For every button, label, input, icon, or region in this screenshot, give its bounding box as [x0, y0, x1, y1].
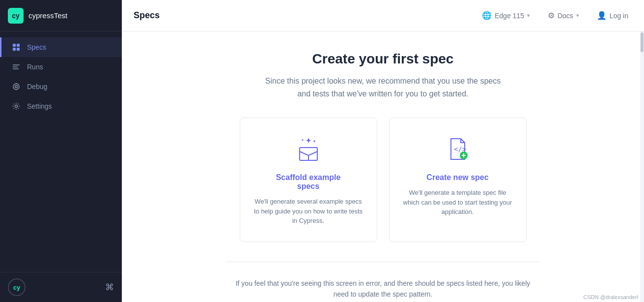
sidebar-footer: cy ⌘: [0, 272, 122, 302]
sidebar: cy cypressTest Specs: [0, 0, 122, 302]
sidebar-item-runs[interactable]: Runs: [0, 57, 122, 77]
runs-icon: [11, 62, 21, 72]
settings-icon: [11, 101, 21, 111]
scaffold-card[interactable]: Scaffold examplespecs We'll generate sev…: [240, 118, 377, 242]
browser-name: Edge 115: [495, 12, 524, 20]
action-cards: Scaffold examplespecs We'll generate sev…: [240, 118, 527, 242]
svg-rect-0: [13, 44, 16, 47]
browser-selector[interactable]: 🌐 Edge 115 ▾: [478, 9, 534, 22]
project-name: cypressTest: [28, 11, 67, 20]
create-new-icon: </>: [442, 134, 474, 165]
docs-label: Docs: [558, 12, 573, 20]
topbar-actions: 🌐 Edge 115 ▾ ⚙ Docs ▾ 👤 Log in: [478, 9, 632, 22]
sidebar-settings-label: Settings: [27, 102, 52, 110]
scaffold-desc: We'll generate several example specs to …: [254, 197, 363, 226]
svg-point-8: [15, 86, 18, 88]
docs-icon: ⚙: [548, 11, 555, 20]
main-heading: Create your first spec: [312, 51, 454, 67]
create-new-desc: We'll generate a template spec file whic…: [403, 188, 512, 217]
login-label: Log in: [610, 12, 628, 20]
svg-rect-3: [17, 48, 20, 51]
sidebar-item-settings[interactable]: Settings: [0, 96, 122, 116]
watermark: CSDN @dralexsanderl: [584, 294, 638, 300]
topbar: Specs 🌐 Edge 115 ▾ ⚙ Docs ▾ 👤 Log in: [122, 0, 644, 31]
main-panel: Specs 🌐 Edge 115 ▾ ⚙ Docs ▾ 👤 Log in Cre…: [122, 0, 644, 302]
app-logo: cy: [8, 8, 24, 24]
section-divider: [226, 262, 540, 262]
logo-text: cy: [12, 12, 20, 20]
docs-chevron-icon: ▾: [576, 12, 579, 19]
sidebar-nav: Specs Runs Debug: [0, 31, 122, 272]
scrollbar-thumb[interactable]: [641, 32, 644, 52]
login-button[interactable]: 👤 Log in: [593, 9, 632, 22]
scaffold-title: Scaffold examplespecs: [276, 173, 341, 191]
sidebar-runs-label: Runs: [27, 63, 43, 71]
svg-rect-1: [17, 44, 20, 47]
sidebar-item-specs[interactable]: Specs: [0, 37, 122, 57]
scrollbar[interactable]: [640, 31, 644, 302]
cy-logo-badge[interactable]: cy: [8, 278, 26, 296]
create-new-card[interactable]: </> Create new spec We'll generate a tem…: [389, 118, 527, 242]
docs-button[interactable]: ⚙ Docs ▾: [544, 9, 583, 22]
content-area: Create your first spec Since this projec…: [122, 31, 644, 302]
main-subtext: Since this project looks new, we recomme…: [265, 75, 501, 100]
sidebar-debug-label: Debug: [27, 83, 47, 91]
svg-rect-2: [13, 48, 16, 51]
sidebar-specs-label: Specs: [27, 43, 46, 51]
browser-icon: 🌐: [482, 11, 492, 20]
create-new-title: Create new spec: [426, 173, 488, 182]
sidebar-header: cy cypressTest: [0, 0, 122, 31]
keyboard-shortcut-icon[interactable]: ⌘: [105, 282, 114, 293]
login-icon: 👤: [597, 11, 607, 20]
svg-point-7: [13, 84, 19, 90]
debug-icon: [11, 82, 21, 91]
svg-point-11: [15, 105, 18, 108]
page-title: Specs: [134, 10, 160, 21]
footer-text: If you feel that you're seeing this scre…: [236, 278, 531, 300]
scaffold-icon: [293, 134, 324, 165]
specs-icon: [11, 42, 21, 52]
browser-chevron-icon: ▾: [527, 12, 530, 19]
sidebar-item-debug[interactable]: Debug: [0, 77, 122, 96]
